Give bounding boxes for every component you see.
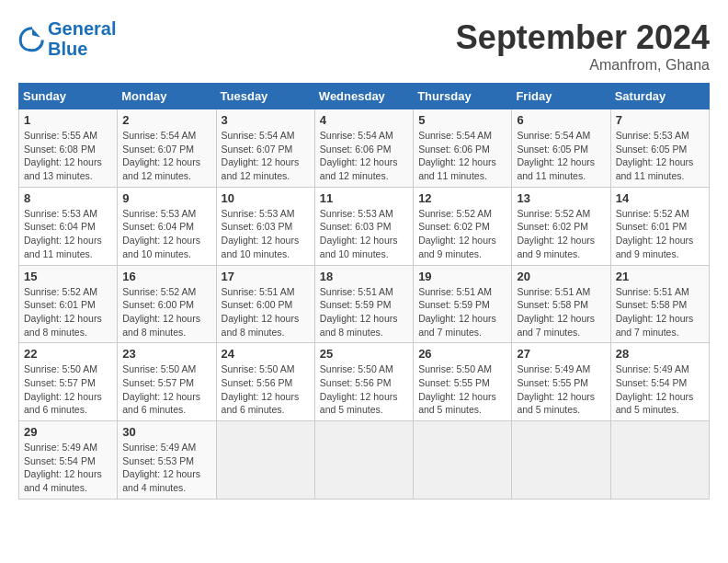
day-number: 3	[222, 113, 310, 127]
day-number: 10	[222, 191, 310, 205]
day-number: 16	[122, 270, 210, 283]
calendar-week-5: 29Sunrise: 5:49 AM Sunset: 5:54 PM Dayli…	[19, 421, 710, 500]
calendar-cell: 5Sunrise: 5:54 AM Sunset: 6:06 PM Daylig…	[414, 109, 512, 188]
day-info: Sunrise: 5:50 AM Sunset: 5:55 PM Dayligh…	[418, 362, 506, 417]
location-title: Amanfrom, Ghana	[456, 57, 710, 74]
day-number: 4	[320, 113, 408, 127]
header-saturday: Saturday	[610, 84, 709, 109]
calendar-cell: 4Sunrise: 5:54 AM Sunset: 6:06 PM Daylig…	[314, 109, 413, 188]
day-info: Sunrise: 5:50 AM Sunset: 5:57 PM Dayligh…	[122, 362, 210, 417]
calendar-cell: 26Sunrise: 5:50 AM Sunset: 5:55 PM Dayli…	[414, 343, 512, 421]
calendar-cell: 25Sunrise: 5:50 AM Sunset: 5:56 PM Dayli…	[314, 343, 413, 421]
day-info: Sunrise: 5:54 AM Sunset: 6:06 PM Dayligh…	[418, 129, 506, 183]
day-number: 17	[222, 270, 310, 283]
calendar-cell: 19Sunrise: 5:51 AM Sunset: 5:59 PM Dayli…	[414, 265, 512, 343]
day-number: 25	[320, 347, 408, 361]
header-sunday: Sunday	[19, 84, 118, 109]
day-info: Sunrise: 5:52 AM Sunset: 6:02 PM Dayligh…	[418, 207, 506, 261]
day-info: Sunrise: 5:51 AM Sunset: 5:58 PM Dayligh…	[616, 285, 704, 339]
day-info: Sunrise: 5:53 AM Sunset: 6:03 PM Dayligh…	[320, 207, 408, 261]
day-number: 26	[418, 347, 506, 361]
calendar-cell: 6Sunrise: 5:54 AM Sunset: 6:05 PM Daylig…	[512, 109, 610, 188]
day-info: Sunrise: 5:52 AM Sunset: 6:00 PM Dayligh…	[122, 285, 210, 339]
logo: General Blue	[18, 18, 116, 59]
day-number: 21	[616, 270, 704, 283]
day-info: Sunrise: 5:52 AM Sunset: 6:01 PM Dayligh…	[616, 207, 704, 261]
day-number: 12	[418, 191, 506, 205]
month-title: September 2024	[456, 18, 710, 57]
day-info: Sunrise: 5:49 AM Sunset: 5:53 PM Dayligh…	[122, 441, 210, 495]
calendar-cell: 21Sunrise: 5:51 AM Sunset: 5:58 PM Dayli…	[610, 265, 709, 343]
logo-text: General Blue	[48, 18, 116, 59]
calendar-cell: 16Sunrise: 5:52 AM Sunset: 6:00 PM Dayli…	[118, 265, 216, 343]
calendar-cell: 8Sunrise: 5:53 AM Sunset: 6:04 PM Daylig…	[19, 187, 118, 265]
day-number: 23	[122, 347, 210, 361]
header-friday: Friday	[512, 84, 610, 109]
day-number: 24	[222, 347, 310, 361]
day-number: 18	[320, 270, 408, 283]
day-number: 11	[320, 191, 408, 205]
day-number: 19	[418, 270, 506, 283]
calendar-cell: 10Sunrise: 5:53 AM Sunset: 6:03 PM Dayli…	[216, 187, 314, 265]
calendar-cell: 7Sunrise: 5:53 AM Sunset: 6:05 PM Daylig…	[610, 109, 709, 188]
calendar-cell: 1Sunrise: 5:55 AM Sunset: 6:08 PM Daylig…	[19, 109, 118, 188]
header-tuesday: Tuesday	[216, 84, 314, 109]
calendar-cell	[512, 421, 610, 500]
day-number: 22	[24, 347, 112, 361]
calendar-cell: 29Sunrise: 5:49 AM Sunset: 5:54 PM Dayli…	[19, 421, 118, 500]
calendar-cell: 13Sunrise: 5:52 AM Sunset: 6:02 PM Dayli…	[512, 187, 610, 265]
header-thursday: Thursday	[414, 84, 512, 109]
day-info: Sunrise: 5:54 AM Sunset: 6:07 PM Dayligh…	[122, 129, 210, 183]
day-number: 2	[122, 113, 210, 127]
header-monday: Monday	[118, 84, 216, 109]
calendar-cell: 30Sunrise: 5:49 AM Sunset: 5:53 PM Dayli…	[118, 421, 216, 500]
day-info: Sunrise: 5:54 AM Sunset: 6:07 PM Dayligh…	[222, 129, 310, 183]
calendar-cell	[216, 421, 314, 500]
day-info: Sunrise: 5:50 AM Sunset: 5:56 PM Dayligh…	[222, 362, 310, 417]
calendar-cell: 24Sunrise: 5:50 AM Sunset: 5:56 PM Dayli…	[216, 343, 314, 421]
day-info: Sunrise: 5:51 AM Sunset: 5:59 PM Dayligh…	[418, 285, 506, 339]
page-header: General Blue September 2024 Amanfrom, Gh…	[18, 18, 710, 74]
day-number: 8	[24, 191, 112, 205]
day-number: 5	[418, 113, 506, 127]
day-info: Sunrise: 5:51 AM Sunset: 6:00 PM Dayligh…	[222, 285, 310, 339]
calendar-cell: 23Sunrise: 5:50 AM Sunset: 5:57 PM Dayli…	[118, 343, 216, 421]
calendar-cell: 15Sunrise: 5:52 AM Sunset: 6:01 PM Dayli…	[19, 265, 118, 343]
day-number: 28	[616, 347, 704, 361]
calendar-cell	[414, 421, 512, 500]
day-number: 9	[122, 191, 210, 205]
day-number: 6	[517, 113, 605, 127]
calendar-table: Sunday Monday Tuesday Wednesday Thursday…	[18, 83, 710, 500]
calendar-cell: 9Sunrise: 5:53 AM Sunset: 6:04 PM Daylig…	[118, 187, 216, 265]
day-info: Sunrise: 5:55 AM Sunset: 6:08 PM Dayligh…	[24, 129, 112, 183]
day-info: Sunrise: 5:53 AM Sunset: 6:04 PM Dayligh…	[122, 207, 210, 261]
calendar-cell: 17Sunrise: 5:51 AM Sunset: 6:00 PM Dayli…	[216, 265, 314, 343]
logo-icon	[18, 25, 46, 52]
day-number: 29	[24, 425, 112, 439]
day-info: Sunrise: 5:54 AM Sunset: 6:05 PM Dayligh…	[517, 129, 605, 183]
day-info: Sunrise: 5:53 AM Sunset: 6:05 PM Dayligh…	[616, 129, 704, 183]
day-info: Sunrise: 5:49 AM Sunset: 5:54 PM Dayligh…	[24, 441, 112, 495]
day-info: Sunrise: 5:49 AM Sunset: 5:54 PM Dayligh…	[616, 362, 704, 417]
calendar-week-1: 1Sunrise: 5:55 AM Sunset: 6:08 PM Daylig…	[19, 109, 710, 188]
calendar-week-4: 22Sunrise: 5:50 AM Sunset: 5:57 PM Dayli…	[19, 343, 710, 421]
calendar-week-3: 15Sunrise: 5:52 AM Sunset: 6:01 PM Dayli…	[19, 265, 710, 343]
day-info: Sunrise: 5:52 AM Sunset: 6:01 PM Dayligh…	[24, 285, 112, 339]
day-info: Sunrise: 5:49 AM Sunset: 5:55 PM Dayligh…	[517, 362, 605, 417]
calendar-cell: 28Sunrise: 5:49 AM Sunset: 5:54 PM Dayli…	[610, 343, 709, 421]
calendar-cell: 14Sunrise: 5:52 AM Sunset: 6:01 PM Dayli…	[610, 187, 709, 265]
header-wednesday: Wednesday	[314, 84, 413, 109]
calendar-cell: 20Sunrise: 5:51 AM Sunset: 5:58 PM Dayli…	[512, 265, 610, 343]
day-number: 30	[122, 425, 210, 439]
calendar-cell: 27Sunrise: 5:49 AM Sunset: 5:55 PM Dayli…	[512, 343, 610, 421]
day-info: Sunrise: 5:50 AM Sunset: 5:57 PM Dayligh…	[24, 362, 112, 417]
day-info: Sunrise: 5:52 AM Sunset: 6:02 PM Dayligh…	[517, 207, 605, 261]
calendar-cell: 3Sunrise: 5:54 AM Sunset: 6:07 PM Daylig…	[216, 109, 314, 188]
day-info: Sunrise: 5:54 AM Sunset: 6:06 PM Dayligh…	[320, 129, 408, 183]
day-number: 1	[24, 113, 112, 127]
day-info: Sunrise: 5:51 AM Sunset: 5:58 PM Dayligh…	[517, 285, 605, 339]
day-number: 14	[616, 191, 704, 205]
calendar-cell	[610, 421, 709, 500]
day-number: 27	[517, 347, 605, 361]
day-info: Sunrise: 5:50 AM Sunset: 5:56 PM Dayligh…	[320, 362, 408, 417]
